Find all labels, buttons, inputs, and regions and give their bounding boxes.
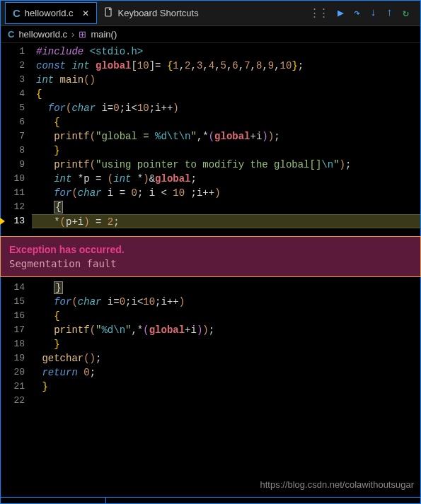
line-number: 10 <box>1 172 32 186</box>
line-number: 20 <box>1 365 32 380</box>
breadcrumb-file: helloworld.c <box>18 29 67 40</box>
code-line[interactable]: } <box>32 281 420 295</box>
tab-helloworld[interactable]: C helloworld.c ✕ <box>5 2 97 24</box>
exception-popup: Exception has occurred. Segmentation fau… <box>0 236 421 277</box>
line-number: 12 <box>1 200 32 214</box>
line-number: 22 <box>1 394 32 408</box>
line-number: 1 <box>1 45 32 59</box>
line-number: 7 <box>1 129 32 143</box>
tab-label: Keyboard Shortcuts <box>118 8 199 18</box>
code-line[interactable]: int *p = (int *)&global; <box>32 172 420 186</box>
line-number: 16 <box>1 309 32 323</box>
breadcrumb[interactable]: C helloworld.c › ⊞ main() <box>1 26 420 43</box>
continue-icon[interactable]: ▶ <box>338 6 344 20</box>
code-line[interactable]: { <box>32 115 420 129</box>
line-number: 15 <box>1 295 32 309</box>
code-line[interactable]: int main() <box>32 73 420 87</box>
line-number: 9 <box>1 158 32 172</box>
status-bar <box>0 497 421 504</box>
code-line[interactable] <box>32 394 420 408</box>
function-icon: ⊞ <box>79 29 86 40</box>
line-number: 4 <box>1 87 32 101</box>
code-line[interactable]: } <box>32 337 420 351</box>
line-number: 11 <box>1 186 32 200</box>
chevron-right-icon: › <box>71 29 74 40</box>
code-line[interactable]: } <box>32 380 420 394</box>
code-line[interactable]: for(char i=0;i<10;i++) <box>32 101 420 115</box>
code-line[interactable]: for(char i = 0; i < 10 ;i++) <box>32 186 420 200</box>
tab-bar: C helloworld.c ✕ Keyboard Shortcuts ⋮⋮ ▶… <box>1 1 420 26</box>
code-line[interactable]: printf("%d\n",*(global+i)); <box>32 323 420 337</box>
code-line[interactable]: getchar(); <box>32 351 420 365</box>
line-number: 6 <box>1 115 32 129</box>
line-number: 2 <box>1 59 32 73</box>
line-number: 5 <box>1 101 32 115</box>
code-line[interactable]: printf("using pointer to modifiy the glo… <box>32 158 420 172</box>
restart-icon[interactable]: ↻ <box>403 6 409 20</box>
c-lang-icon: C <box>8 29 14 40</box>
breadcrumb-fn: main() <box>91 29 117 40</box>
line-number: 13 <box>1 214 32 228</box>
code-line[interactable]: { <box>32 200 420 214</box>
exception-message: Segmentation fault <box>9 258 412 269</box>
close-icon[interactable]: ✕ <box>82 8 89 18</box>
code-line[interactable]: const int global[10]= {1,2,3,4,5,6,7,8,9… <box>32 59 420 73</box>
watermark: https://blog.csdn.net/colawithoutsugar <box>260 479 414 490</box>
file-icon <box>104 7 114 19</box>
line-number: 19 <box>1 351 32 365</box>
step-over-icon[interactable]: ↷ <box>354 6 360 20</box>
code-line[interactable]: *(p+i) = 2; <box>32 214 420 228</box>
code-line[interactable]: #include <stdio.h> <box>32 45 420 59</box>
execution-pointer-icon <box>0 216 5 226</box>
code-line[interactable]: { <box>32 87 420 101</box>
debug-toolbar: ⋮⋮ ▶ ↷ ↓ ↑ ↻ <box>309 6 416 20</box>
code-line[interactable]: printf("global = %d\t\n",*(global+i)); <box>32 129 420 143</box>
svg-rect-0 <box>105 8 111 16</box>
code-line[interactable]: } <box>32 143 420 158</box>
line-number: 21 <box>1 380 32 394</box>
line-number: 17 <box>1 323 32 337</box>
line-number: 8 <box>1 143 32 158</box>
exception-title: Exception has occurred. <box>9 244 412 255</box>
grip-icon[interactable]: ⋮⋮ <box>309 6 328 20</box>
line-number: 3 <box>1 73 32 87</box>
code-line[interactable]: return 0; <box>32 365 420 380</box>
tab-label: helloworld.c <box>25 8 74 18</box>
tab-shortcuts[interactable]: Keyboard Shortcuts <box>97 3 206 23</box>
code-line[interactable]: for(char i=0;i<10;i++) <box>32 295 420 309</box>
step-out-icon[interactable]: ↑ <box>386 7 393 19</box>
code-line[interactable]: { <box>32 309 420 323</box>
step-into-icon[interactable]: ↓ <box>370 7 376 19</box>
line-number: 18 <box>1 337 32 351</box>
line-number: 14 <box>1 281 32 295</box>
c-lang-icon: C <box>13 7 21 19</box>
